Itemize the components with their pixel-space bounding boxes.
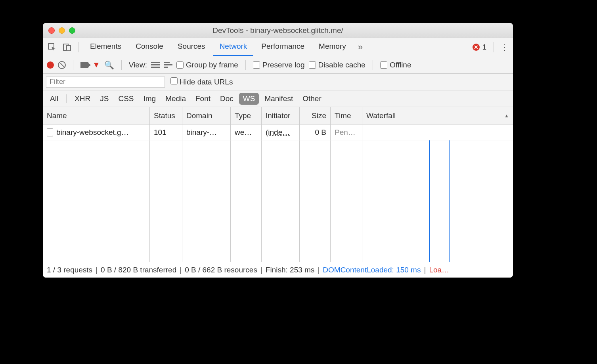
devtools-window: DevTools - binary-websocket.glitch.me/ E… xyxy=(43,23,513,278)
preserve-log-checkbox[interactable] xyxy=(253,61,260,69)
preserve-log-toggle[interactable]: Preserve log xyxy=(253,61,305,69)
status-bar: 1 / 3 requests | 0 B / 820 B transferred… xyxy=(43,262,513,278)
search-icon[interactable]: 🔍 xyxy=(104,60,114,70)
filter-input[interactable] xyxy=(46,77,165,88)
sb-finish: Finish: 253 ms xyxy=(266,266,315,274)
filter-doc[interactable]: Doc xyxy=(216,93,237,105)
cell-status: 101 xyxy=(150,125,182,140)
filter-icon[interactable]: ▼ xyxy=(92,60,100,69)
divider xyxy=(121,60,122,70)
table-body-empty xyxy=(43,140,513,262)
sb-transferred: 0 B / 820 B transferred xyxy=(101,266,176,274)
filter-manifest[interactable]: Manifest xyxy=(260,93,297,105)
col-waterfall-label: Waterfall xyxy=(366,111,396,120)
sb-separator: | xyxy=(96,266,98,274)
more-tabs-icon[interactable]: » xyxy=(354,42,367,52)
col-type[interactable]: Type xyxy=(231,107,262,124)
maximize-icon[interactable] xyxy=(69,27,75,34)
sb-separator: | xyxy=(260,266,262,274)
hide-data-urls-checkbox[interactable] xyxy=(170,77,178,84)
divider xyxy=(373,60,373,70)
col-domain[interactable]: Domain xyxy=(182,107,231,124)
cell-name-text: binary-websocket.g… xyxy=(56,128,129,137)
minimize-icon[interactable] xyxy=(59,27,65,34)
requests-table: Name Status Domain Type Initiator Size T… xyxy=(43,107,513,262)
col-size[interactable]: Size xyxy=(300,107,331,124)
error-count: 1 xyxy=(482,43,486,52)
filter-media[interactable]: Media xyxy=(161,93,190,105)
tab-elements[interactable]: Elements xyxy=(84,38,128,56)
disable-cache-checkbox[interactable] xyxy=(309,61,316,69)
filter-xhr[interactable]: XHR xyxy=(71,93,94,105)
cell-size: 0 B xyxy=(300,125,331,140)
device-toolbar-icon[interactable] xyxy=(60,40,74,54)
preserve-log-label: Preserve log xyxy=(262,61,305,69)
filter-ws[interactable]: WS xyxy=(239,93,259,105)
offline-label: Offline xyxy=(390,61,411,69)
divider xyxy=(494,42,494,52)
tab-network[interactable]: Network xyxy=(213,38,254,56)
col-waterfall[interactable]: Waterfall ▲ xyxy=(362,107,513,124)
divider xyxy=(78,42,79,52)
cell-initiator[interactable]: (inde… xyxy=(262,125,300,140)
kebab-menu-icon[interactable]: ⋮ xyxy=(499,42,511,52)
col-status[interactable]: Status xyxy=(150,107,182,124)
group-by-frame-checkbox[interactable] xyxy=(176,61,184,69)
sb-resources: 0 B / 662 B resources xyxy=(185,266,257,274)
sb-load: Loa… xyxy=(429,266,449,274)
sb-separator: | xyxy=(318,266,320,274)
large-rows-icon[interactable] xyxy=(151,61,160,69)
divider xyxy=(245,60,246,70)
tab-console[interactable]: Console xyxy=(129,38,170,56)
sort-indicator-icon: ▲ xyxy=(504,113,509,119)
tab-performance[interactable]: Performance xyxy=(255,38,311,56)
group-by-frame-toggle[interactable]: Group by frame xyxy=(176,61,238,69)
cell-name: binary-websocket.g… xyxy=(43,125,150,140)
disable-cache-label: Disable cache xyxy=(318,61,365,69)
waterfall-marker xyxy=(449,140,450,262)
overview-icon[interactable] xyxy=(164,61,172,69)
network-toolbar: ▼ 🔍 View: Group by frame Preserve log Di… xyxy=(43,56,513,74)
filter-css[interactable]: CSS xyxy=(114,93,138,105)
cell-time: Pen… xyxy=(331,125,362,140)
view-label: View: xyxy=(129,61,147,69)
cell-domain: binary-… xyxy=(182,125,231,140)
col-time[interactable]: Time xyxy=(331,107,362,124)
hide-data-urls-label: Hide data URLs xyxy=(180,78,233,86)
inspect-icon[interactable] xyxy=(45,40,59,54)
filter-js[interactable]: JS xyxy=(96,93,113,105)
divider xyxy=(73,60,73,70)
sb-separator: | xyxy=(180,266,182,274)
offline-checkbox[interactable] xyxy=(380,61,387,69)
offline-toggle[interactable]: Offline xyxy=(380,61,411,69)
sb-separator: | xyxy=(424,266,426,274)
col-initiator[interactable]: Initiator xyxy=(262,107,300,124)
window-title: DevTools - binary-websocket.glitch.me/ xyxy=(212,26,343,35)
table-row[interactable]: binary-websocket.g… 101 binary-… we… (in… xyxy=(43,125,513,140)
filter-bar: Hide data URLs xyxy=(43,74,513,90)
sb-domcontentloaded: DOMContentLoaded: 150 ms xyxy=(323,266,421,274)
record-icon[interactable] xyxy=(47,61,54,69)
cell-waterfall xyxy=(362,125,513,140)
resource-type-filters: All XHR JS CSS Img Media Font Doc WS Man… xyxy=(43,90,513,107)
panel-tabs: Elements Console Sources Network Perform… xyxy=(43,38,513,56)
clear-icon[interactable] xyxy=(58,61,66,69)
sb-requests: 1 / 3 requests xyxy=(47,266,92,274)
close-icon[interactable] xyxy=(48,27,55,34)
hide-data-urls-toggle[interactable]: Hide data URLs xyxy=(170,77,233,86)
disable-cache-toggle[interactable]: Disable cache xyxy=(309,61,365,69)
error-badge[interactable]: ✕ 1 xyxy=(473,43,489,52)
filter-all[interactable]: All xyxy=(46,93,62,105)
tab-sources[interactable]: Sources xyxy=(171,38,212,56)
filter-img[interactable]: Img xyxy=(140,93,160,105)
svg-rect-2 xyxy=(67,46,71,51)
screenshot-icon[interactable] xyxy=(80,62,88,68)
filter-other[interactable]: Other xyxy=(298,93,325,105)
filter-font[interactable]: Font xyxy=(191,93,214,105)
col-name[interactable]: Name xyxy=(43,107,150,124)
group-by-frame-label: Group by frame xyxy=(186,61,238,69)
tab-memory[interactable]: Memory xyxy=(312,38,352,56)
waterfall-marker xyxy=(429,140,430,262)
titlebar: DevTools - binary-websocket.glitch.me/ xyxy=(43,23,513,38)
error-icon: ✕ xyxy=(473,44,480,51)
